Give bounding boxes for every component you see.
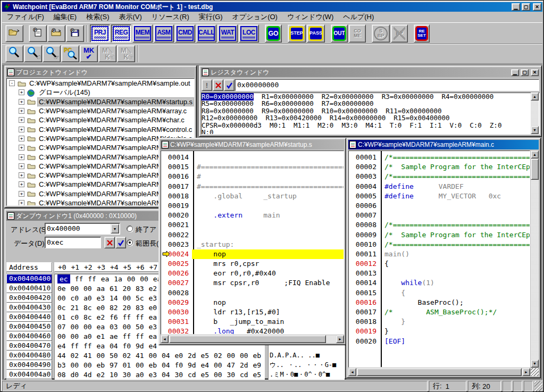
menu-item-7[interactable]: オプション(O) bbox=[228, 12, 282, 22]
source-line[interactable]: 00018 .global _startup bbox=[161, 191, 344, 201]
dump-byte-cell[interactable]: 04 bbox=[162, 370, 175, 379]
menu-item-3[interactable]: 検索(S) bbox=[81, 12, 114, 22]
dump-address-cell[interactable]: 0x00400460 bbox=[6, 331, 52, 341]
dump-byte-cell[interactable]: 03 bbox=[110, 322, 123, 331]
register-minimize-button[interactable]: ▁ bbox=[511, 69, 519, 76]
dump-byte-cell[interactable]: 82 bbox=[110, 303, 123, 312]
search-forward-button[interactable]: ☞ bbox=[43, 45, 61, 62]
menu-item-5[interactable]: リソース(R) bbox=[147, 12, 194, 22]
step-button[interactable]: STEP bbox=[288, 24, 306, 43]
line-number[interactable]: 00019 bbox=[349, 327, 380, 336]
dump-byte-cell[interactable]: 00 bbox=[71, 361, 84, 370]
search-button[interactable] bbox=[5, 45, 23, 62]
dump-byte-cell[interactable]: 0c bbox=[57, 303, 71, 312]
register-line[interactable]: R0=0x00000000 R1=0x00000000 R2=0x0000000… bbox=[202, 93, 539, 100]
dump-byte-cell[interactable]: 00 bbox=[83, 361, 97, 370]
source-line[interactable]: 00024 nop bbox=[161, 249, 344, 259]
source-line[interactable]: 00027 msr cpsr,r0 ;FIQ Enable bbox=[161, 278, 344, 288]
tree-item[interactable]: +グローバル(145) bbox=[7, 88, 194, 97]
dump-byte-cell[interactable]: aa bbox=[97, 284, 110, 293]
dump-byte-cell[interactable]: eb bbox=[97, 361, 110, 370]
line-number[interactable]: 00015 bbox=[349, 288, 380, 298]
line-number[interactable]: 00004 bbox=[349, 182, 380, 191]
source-line[interactable]: 00013 bbox=[349, 269, 530, 278]
line-number[interactable]: 00013 bbox=[349, 269, 380, 278]
dump-byte-cell[interactable]: 00 bbox=[214, 370, 227, 379]
source-line[interactable]: 00003/*=================================… bbox=[349, 172, 530, 181]
line-number[interactable]: 00022 bbox=[161, 230, 192, 240]
dump-byte-cell[interactable]: e0 bbox=[97, 303, 110, 312]
tree-root-item[interactable]: -C:¥WP¥sample¥MDARM7¥sampleARM¥sample.ou… bbox=[7, 79, 194, 88]
dump-byte-cell[interactable]: ff bbox=[136, 313, 149, 322]
mark-set-button[interactable]: MK✔ bbox=[80, 45, 98, 62]
dump-byte-cell[interactable]: ff bbox=[83, 341, 97, 351]
scroll-right-icon[interactable]: ► bbox=[336, 335, 344, 343]
source-line[interactable]: 00004#define VARDEF bbox=[349, 182, 530, 191]
cmd-window-button[interactable]: CMD bbox=[175, 24, 195, 43]
menu-item-4[interactable]: 表示(V) bbox=[114, 12, 147, 22]
dump-byte-cell[interactable]: e2 bbox=[97, 370, 110, 379]
source-line[interactable]: 00010/*=================================… bbox=[349, 240, 530, 249]
source-line[interactable]: 00006 bbox=[349, 201, 530, 211]
line-number[interactable]: 00026 bbox=[161, 269, 192, 278]
dump-address-cell[interactable]: 0x004004b0 bbox=[6, 379, 52, 380]
dump-byte-cell[interactable]: 00 bbox=[123, 294, 136, 303]
source-line[interactable]: 00025 mrs r0,cpsr bbox=[161, 259, 344, 269]
dump-address-cell[interactable]: 0x00400440 bbox=[6, 312, 52, 322]
dump-byte-cell[interactable]: e9 bbox=[253, 361, 265, 370]
dump-byte-cell[interactable]: e4 bbox=[57, 341, 71, 351]
register-edit-field[interactable]: 0x00000000 bbox=[235, 79, 539, 91]
line-number[interactable]: 00002 bbox=[349, 162, 380, 172]
line-number[interactable]: 00017 bbox=[161, 182, 192, 191]
line-number[interactable]: 00029 bbox=[161, 298, 192, 307]
project-new-button[interactable]: P bbox=[29, 25, 47, 42]
dump-byte-cell[interactable]: 04 bbox=[110, 341, 123, 351]
source-line[interactable]: 00029 nop bbox=[161, 298, 344, 307]
tree-collapse-icon[interactable]: - bbox=[9, 80, 15, 86]
scroll-right-icon[interactable]: ► bbox=[522, 368, 530, 376]
project-window-titlebar[interactable]: プロジェクトウィンドウ bbox=[6, 68, 195, 77]
source-line[interactable]: 00019} bbox=[349, 327, 530, 336]
dump-byte-cell[interactable]: 01 bbox=[57, 313, 71, 322]
source-line[interactable]: 00019 bbox=[161, 201, 344, 211]
dump-byte-cell[interactable]: 47 bbox=[227, 361, 240, 370]
line-number[interactable]: 00016 bbox=[161, 172, 192, 181]
resize-grip[interactable] bbox=[534, 381, 542, 391]
wat-window-button[interactable]: WAT bbox=[217, 24, 238, 43]
dump-byte-cell[interactable]: 8c bbox=[83, 313, 97, 322]
dump-hex-row[interactable]: 08d04de21030a0e30430cde50030cde5 bbox=[57, 370, 264, 380]
scroll-up-icon[interactable]: ▲ bbox=[531, 151, 539, 159]
dump-byte-cell[interactable]: 2d bbox=[188, 351, 201, 360]
menu-item-8[interactable]: ウィンドウ(W) bbox=[282, 12, 338, 22]
dump-byte-cell[interactable]: 9d bbox=[136, 341, 149, 351]
source-line[interactable]: 00002/* Sample Program for the InterCEpt bbox=[349, 162, 530, 172]
dump-byte-cell[interactable]: a0 bbox=[83, 332, 97, 341]
dump-address-cell[interactable]: 0x00400420 bbox=[6, 293, 52, 303]
main-hscroll-thumb[interactable] bbox=[357, 368, 522, 376]
close-button[interactable]: ✕ bbox=[533, 3, 541, 11]
dump-byte-cell[interactable]: 30 bbox=[175, 370, 188, 379]
dump-byte-cell[interactable]: e3 bbox=[97, 294, 110, 303]
call-window-button[interactable]: CALL bbox=[196, 24, 216, 43]
dump-byte-cell[interactable]: 04 bbox=[162, 361, 175, 370]
main-window-titlebar[interactable]: C:¥WP¥sample¥MDARM7¥sampleARM¥main.c bbox=[348, 140, 539, 149]
menu-item-1[interactable]: ファイル(F) bbox=[2, 12, 49, 22]
dump-hex-row[interactable]: 440241005002410004e02de5020000eb bbox=[57, 351, 264, 361]
dump-byte-cell[interactable]: f0 bbox=[123, 341, 136, 351]
dump-byte-cell[interactable]: 30 bbox=[227, 370, 240, 379]
dump-cancel-button[interactable] bbox=[104, 237, 115, 248]
dump-byte-cell[interactable]: e0 bbox=[175, 351, 188, 360]
line-number[interactable]: 00020 bbox=[161, 211, 192, 220]
register-window-titlebar[interactable]: レジスタウィンドウ ▁ ▢ ✕ bbox=[201, 68, 540, 77]
dump-byte-cell[interactable]: d0 bbox=[71, 370, 84, 379]
register-line[interactable]: R12=0x00000000 R13=0x00420000 R14=0x0000… bbox=[202, 114, 539, 121]
register-eval-button[interactable]: ! bbox=[202, 79, 212, 91]
dump-byte-cell[interactable]: e5 bbox=[201, 351, 214, 360]
line-number[interactable]: 00014 bbox=[161, 153, 192, 162]
dump-byte-cell[interactable]: 50 bbox=[136, 322, 149, 331]
line-number[interactable]: 00015 bbox=[161, 162, 192, 172]
scroll-down-icon[interactable]: ▼ bbox=[531, 360, 539, 368]
dump-byte-cell[interactable]: 00 bbox=[83, 322, 97, 331]
dump-byte-cell[interactable]: e5 bbox=[201, 370, 214, 379]
line-number[interactable]: 00001 bbox=[349, 153, 380, 162]
